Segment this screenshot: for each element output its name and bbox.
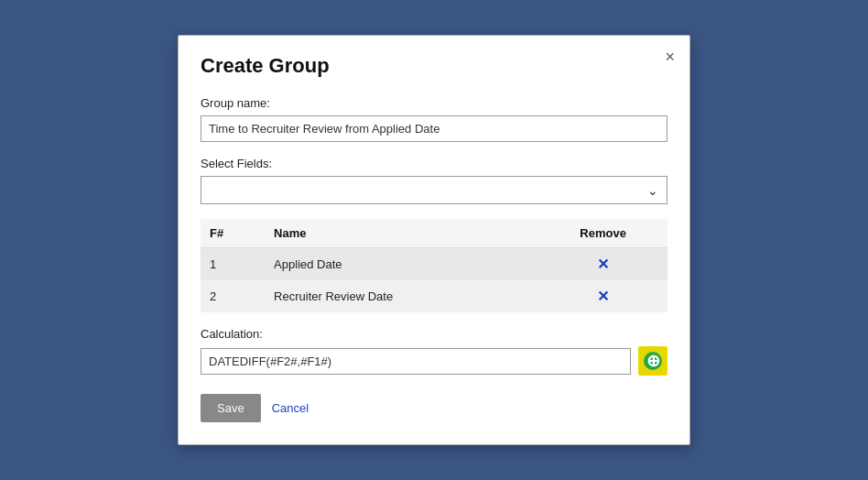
row-field-name: Recruiter Review Date bbox=[265, 280, 538, 312]
plus-icon: ⊕ bbox=[644, 352, 662, 370]
row-f-number: 1 bbox=[201, 248, 265, 281]
add-field-button[interactable]: ⊕ bbox=[638, 346, 667, 376]
remove-row-button[interactable]: ✕ bbox=[593, 288, 613, 305]
group-name-label: Group name: bbox=[201, 96, 667, 110]
col-header-name: Name bbox=[265, 219, 538, 248]
calculation-label: Calculation: bbox=[201, 327, 667, 341]
select-fields-wrapper: ⌄ bbox=[201, 176, 667, 204]
table-row: 2Recruiter Review Date✕ bbox=[201, 280, 667, 312]
create-group-modal: × Create Group Group name: Select Fields… bbox=[178, 35, 690, 445]
calculation-input[interactable] bbox=[201, 348, 631, 375]
row-field-name: Applied Date bbox=[265, 248, 538, 281]
table-row: 1Applied Date✕ bbox=[201, 248, 667, 281]
calculation-row: ⊕ bbox=[201, 346, 667, 376]
col-header-remove: Remove bbox=[538, 219, 667, 248]
col-header-f: F# bbox=[201, 219, 265, 248]
remove-row-button[interactable]: ✕ bbox=[593, 256, 613, 273]
footer-buttons: Save Cancel bbox=[201, 394, 667, 422]
save-button[interactable]: Save bbox=[201, 394, 261, 422]
row-f-number: 2 bbox=[201, 280, 265, 312]
group-name-input[interactable] bbox=[201, 115, 667, 142]
close-button[interactable]: × bbox=[665, 49, 675, 65]
cancel-button[interactable]: Cancel bbox=[272, 401, 309, 415]
row-remove-cell: ✕ bbox=[538, 280, 667, 312]
select-fields-label: Select Fields: bbox=[201, 157, 667, 170]
modal-title: Create Group bbox=[201, 54, 667, 78]
fields-table: F# Name Remove 1Applied Date✕2Recruiter … bbox=[201, 219, 667, 312]
row-remove-cell: ✕ bbox=[538, 248, 667, 281]
select-fields-dropdown[interactable] bbox=[201, 176, 667, 204]
